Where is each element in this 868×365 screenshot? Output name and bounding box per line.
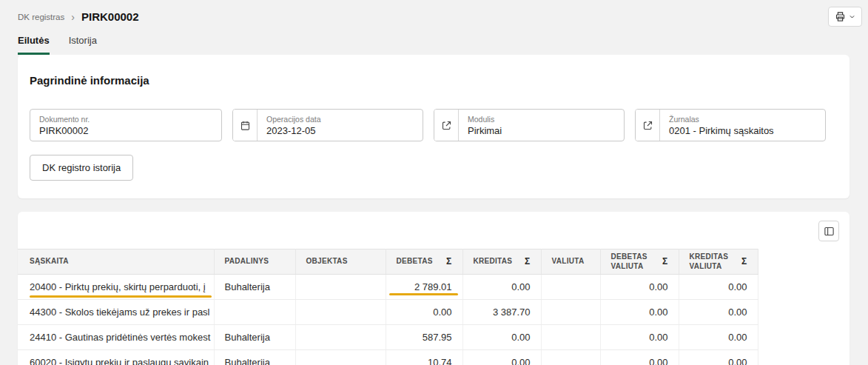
operation-date-field[interactable]: Operacijos data 2023-12-05 [232,109,423,141]
col-header-kreditas[interactable]: KREDITASΣ [462,250,541,275]
table-row[interactable]: 60020 - Įsigytų prekių ir paslaugų savik… [18,350,758,365]
debit-cell: 10.74 [386,350,462,365]
table-header-row: SĄSKAITA PADALINYS OBJEKTAS DEBETASΣ KRE… [18,250,758,275]
col-header-kreditas-valiuta[interactable]: KREDITAS VALIUTAΣ [679,250,758,275]
account-cell[interactable]: 24410 - Gautinas pridėtinės vertės mokes… [18,325,214,350]
col-header-debetas[interactable]: DEBETASΣ [386,250,462,275]
tab-bar: Eilutės Istorija [0,35,868,55]
debit-currency-cell: 0.00 [600,350,679,365]
credit-currency-cell: 0.00 [679,325,758,350]
credit-cell: 3 387.70 [462,300,541,325]
debit-cell: 2 789.01 [386,275,462,300]
journal-field[interactable]: Žurnalas 0201 - Pirkimų sąskaitos [635,109,826,141]
dk-history-button[interactable]: DK registro istorija [30,155,133,181]
top-bar: DK registras › PIRK00002 [0,0,868,27]
highlight-underline [30,295,212,298]
lines-table: SĄSKAITA PADALINYS OBJEKTAS DEBETASΣ KRE… [18,249,758,365]
debit-cell: 587.95 [386,325,462,350]
print-button[interactable] [828,7,862,27]
account-cell[interactable]: 44300 - Skolos tiekėjams už prekes ir pa… [18,300,214,325]
debit-currency-cell: 0.00 [600,300,679,325]
calendar-icon[interactable] [233,110,258,141]
external-link-icon[interactable] [434,110,459,141]
sum-icon[interactable]: Σ [741,256,747,267]
field-label: Žurnalas [669,115,816,124]
col-header-padalinys[interactable]: PADALINYS [214,250,295,275]
breadcrumb-current: PIRK00002 [81,10,139,23]
object-cell [295,300,386,325]
credit-currency-cell: 0.00 [679,350,758,365]
tab-eilutes[interactable]: Eilutės [18,35,50,55]
col-header-objektas[interactable]: OBJEKTAS [295,250,386,275]
debit-currency-cell: 0.00 [600,275,679,300]
field-label: Modulis [468,115,615,124]
field-value: PIRK00002 [39,125,212,136]
credit-cell: 0.00 [462,275,541,300]
col-header-debetas-valiuta[interactable]: DEBETAS VALIUTAΣ [600,250,679,275]
table-row[interactable]: 20400 - Pirktų prekių, skirtų perparduot… [18,275,758,300]
columns-icon [824,226,835,237]
credit-currency-cell: 0.00 [679,300,758,325]
department-cell: Buhalterija [214,350,295,365]
sum-icon[interactable]: Σ [525,256,531,267]
credit-currency-cell: 0.00 [679,275,758,300]
currency-cell [541,350,600,365]
fields-row: Dokumento nr. PIRK00002 Operacijos data … [30,109,838,141]
table-row[interactable]: 24410 - Gautinas pridėtinės vertės mokes… [18,325,758,350]
col-header-saskaita[interactable]: SĄSKAITA [18,250,214,275]
lines-table-card: SĄSKAITA PADALINYS OBJEKTAS DEBETASΣ KRE… [18,212,850,365]
sum-icon[interactable]: Σ [662,256,668,267]
chevron-down-icon [849,13,855,20]
department-cell: Buhalterija [214,325,295,350]
field-label: Dokumento nr. [39,115,212,124]
object-cell [295,350,386,365]
object-cell [295,275,386,300]
column-settings-button[interactable] [818,221,839,241]
department-cell [214,300,295,325]
highlight-underline [389,293,458,295]
card-title: Pagrindinė informacija [30,74,838,87]
debit-currency-cell: 0.00 [600,325,679,350]
credit-cell: 0.00 [462,350,541,365]
table-toolbar [18,221,850,249]
field-value: Pirkimai [468,125,615,136]
col-header-valiuta[interactable]: VALIUTA [541,250,600,275]
field-value: 0201 - Pirkimų sąskaitos [669,125,816,136]
currency-cell [541,275,600,300]
main-info-card: Pagrindinė informacija Dokumento nr. PIR… [18,55,850,198]
tab-istorija[interactable]: Istorija [69,35,97,55]
account-cell[interactable]: 60020 - Įsigytų prekių ir paslaugų savik… [18,350,214,365]
sum-icon[interactable]: Σ [446,256,452,267]
credit-cell: 0.00 [462,325,541,350]
module-field[interactable]: Modulis Pirkimai [434,109,625,141]
breadcrumb-chevron-icon: › [71,12,75,22]
document-number-field[interactable]: Dokumento nr. PIRK00002 [30,109,222,141]
object-cell [295,325,386,350]
external-link-icon[interactable] [636,110,660,141]
table-row[interactable]: 44300 - Skolos tiekėjams už prekes ir pa… [18,300,758,325]
debit-cell: 0.00 [386,300,462,325]
field-label: Operacijos data [266,115,414,124]
account-cell[interactable]: 20400 - Pirktų prekių, skirtų perparduot… [18,275,214,300]
field-value: 2023-12-05 [266,125,414,136]
department-cell: Buhalterija [214,275,295,300]
print-icon [835,11,846,22]
currency-cell [541,325,600,350]
currency-cell [541,300,600,325]
breadcrumb-root-link[interactable]: DK registras [18,13,64,21]
